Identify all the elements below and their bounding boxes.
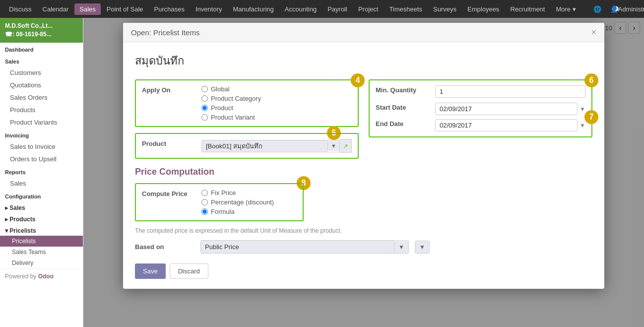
nav-recruitment[interactable]: Recruitment — [505, 3, 550, 15]
dates-col: 6 7 Min. Quantity S — [369, 79, 592, 159]
sidebar-section-invoicing: Invoicing — [0, 129, 83, 140]
sidebar-section-sales: Sales — [0, 55, 83, 66]
sidebar-item-pricelists[interactable]: Pricelists — [0, 236, 83, 247]
product-control: [Book01] สมุดบันทึก ▼ ↗ — [201, 139, 352, 153]
sidebar-group-sales[interactable]: ▸ Sales — [0, 201, 83, 213]
apply-on-options: Global Product Category Product — [201, 85, 352, 121]
sidebar-item-sales-teams[interactable]: Sales Teams — [0, 247, 83, 258]
radio-product-category[interactable]: Product Category — [201, 95, 352, 102]
form-top-row: 4 Apply On Global — [135, 79, 592, 159]
nav-point-of-sale[interactable]: Point of Sale — [102, 3, 148, 15]
start-date-control: ▼ — [435, 103, 585, 115]
sidebar-item-quotations[interactable]: Quotations — [0, 79, 83, 91]
modal-section-heading: สมุดบันทึก — [135, 52, 592, 69]
radio-formula[interactable]: Formula — [201, 208, 297, 215]
nav-inventory[interactable]: Inventory — [191, 3, 227, 15]
based-on-row: Based on Public Price ▼ ▼ — [135, 240, 592, 254]
radio-percentage[interactable]: Percentage (discount) — [201, 198, 297, 206]
modal-close-button[interactable]: × — [591, 28, 596, 37]
based-on-right-nav[interactable]: ▼ — [415, 241, 430, 254]
start-date-label: Start Date — [376, 103, 435, 111]
discard-button[interactable]: Discard — [170, 263, 208, 279]
globe-icon[interactable]: 🌐 — [590, 2, 604, 16]
brand-logo: M.D.Soft Co.,Lt... ☎: 08-1619-85... — [0, 18, 83, 43]
based-on-label: Based on — [135, 243, 194, 251]
start-date-input[interactable] — [435, 103, 578, 115]
nav-calendar[interactable]: Calendar — [38, 3, 74, 15]
modal-overlay: Open: Pricelist Items × สมุดบันทึก 4 — [83, 18, 644, 327]
brand-phone: ☎: 08-1619-85... — [5, 30, 78, 39]
nav-discuss[interactable]: Discuss — [4, 3, 37, 15]
product-select[interactable]: [Book01] สมุดบันทึก — [202, 140, 327, 152]
sidebar-item-delivery[interactable]: Delivery — [0, 258, 83, 268]
nav-employees[interactable]: Employees — [462, 3, 504, 15]
nav-accounting[interactable]: Accounting — [280, 3, 322, 15]
sidebar-section-reports: Reports — [0, 165, 83, 177]
brand-name: M.D.Soft Co.,Lt... — [5, 22, 78, 30]
price-computation-title: Price Computation — [135, 167, 592, 177]
sidebar-section-dashboard: Dashboard — [0, 43, 83, 55]
sidebar-section-configuration: Configuration — [0, 190, 83, 201]
product-select-arrow[interactable]: ▼ — [327, 141, 339, 151]
sidebar: M.D.Soft Co.,Lt... ☎: 08-1619-85... Dash… — [0, 18, 83, 327]
end-date-input-row: ▼ — [435, 119, 585, 131]
product-external-link[interactable]: ↗ — [340, 139, 352, 153]
compute-price-group: Compute Price Fix Price Percentage (disc… — [135, 183, 304, 221]
badge-7: 7 — [584, 110, 598, 124]
sidebar-item-sales-orders[interactable]: Sales Orders — [0, 91, 83, 104]
nav-timesheets[interactable]: Timesheets — [384, 3, 427, 15]
min-quantity-label: Min. Quantity — [376, 85, 435, 94]
user-menu[interactable]: 👤 Administrator — [626, 2, 640, 16]
start-date-input-row: ▼ — [435, 103, 585, 115]
sidebar-group-pricelists[interactable]: ▾ Pricelists — [0, 224, 83, 236]
badge-6: 6 — [584, 73, 598, 87]
radio-fix-price[interactable]: Fix Price — [201, 189, 297, 196]
radio-global[interactable]: Global — [201, 85, 352, 93]
nav-more[interactable]: More ▾ — [551, 3, 580, 15]
modal-pricelist-items: Open: Pricelist Items × สมุดบันทึก 4 — [123, 23, 604, 289]
product-label: Product — [142, 139, 201, 147]
top-nav-right: 🌐 💬 👤 Administrator — [590, 2, 640, 16]
end-date-label: End Date — [376, 119, 435, 128]
compute-price-label: Compute Price — [142, 189, 201, 197]
apply-on-radio-group: Global Product Category Product — [201, 85, 352, 121]
end-date-input[interactable] — [435, 119, 578, 131]
end-date-arrow[interactable]: ▼ — [580, 122, 585, 129]
radio-product-variant[interactable]: Product Variant — [201, 114, 352, 121]
start-date-row: Start Date ▼ — [376, 103, 585, 115]
end-date-row: End Date ▼ — [376, 119, 585, 131]
sidebar-item-customers[interactable]: Customers — [0, 66, 83, 79]
sidebar-item-sales-report[interactable]: Sales — [0, 177, 83, 190]
based-on-select[interactable]: Public Price — [201, 241, 394, 253]
apply-on-group: 4 Apply On Global — [135, 79, 359, 127]
sidebar-item-products[interactable]: Products — [0, 104, 83, 116]
nav-purchases[interactable]: Purchases — [149, 3, 190, 15]
nav-project[interactable]: Project — [353, 3, 383, 15]
apply-on-field-row: Apply On Global Product Category — [142, 85, 352, 121]
nav-manufacturing[interactable]: Manufacturing — [228, 3, 278, 15]
nav-surveys[interactable]: Surveys — [428, 3, 461, 15]
nav-sales[interactable]: Sales — [74, 3, 101, 15]
info-text: The computed price is expressed in the d… — [135, 227, 592, 234]
modal-header: Open: Pricelist Items × — [123, 23, 604, 42]
sidebar-item-orders-upsell[interactable]: Orders to Upsell — [0, 153, 83, 165]
start-date-arrow[interactable]: ▼ — [580, 106, 585, 113]
sidebar-item-product-variants[interactable]: Product Variants — [0, 116, 83, 129]
based-on-select-arrow[interactable]: ▼ — [394, 241, 408, 253]
product-field-row: Product [Book01] สมุดบันทึก ▼ ↗ — [142, 139, 352, 153]
top-navigation: Discuss Calendar Sales Point of Sale Pur… — [0, 0, 644, 18]
save-button[interactable]: Save — [135, 263, 166, 279]
dates-group: 6 7 Min. Quantity S — [369, 79, 592, 137]
min-quantity-input[interactable] — [435, 85, 585, 98]
modal-body: สมุดบันทึก 4 Apply On — [123, 42, 604, 289]
min-quantity-row: Min. Quantity — [376, 85, 585, 98]
page-content: 3 / 10 ‹ › Open: Pricelist Items × สมุดบ… — [83, 18, 644, 327]
odoo-brand: Odoo — [38, 273, 54, 280]
sidebar-group-products[interactable]: ▸ Products — [0, 213, 83, 224]
radio-product[interactable]: Product — [201, 104, 352, 112]
compute-price-control: Fix Price Percentage (discount) Formula — [201, 189, 297, 215]
apply-on-col: 4 Apply On Global — [135, 79, 359, 159]
min-quantity-control — [435, 85, 585, 98]
nav-payroll[interactable]: Payroll — [322, 3, 352, 15]
sidebar-item-sales-invoice[interactable]: Sales to Invoice — [0, 140, 83, 153]
